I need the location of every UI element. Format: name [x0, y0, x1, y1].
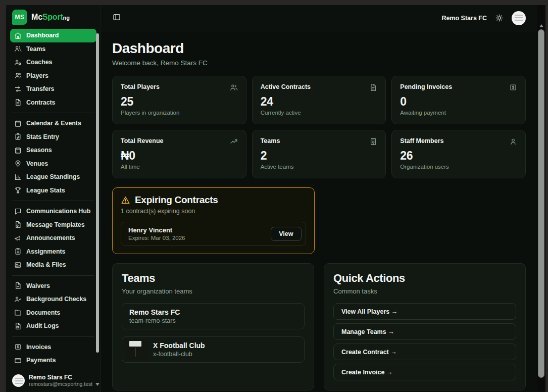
sidebar-item-announcements[interactable]: Announcements [10, 231, 96, 245]
sidebar-item-label: Communications Hub [26, 208, 90, 215]
sidebar-item-media-files[interactable]: Media & Files [10, 258, 96, 272]
sidebar-section-divider [12, 113, 94, 113]
sidebar-item-league-standings[interactable]: League Standings [10, 170, 96, 184]
sidebar-item-stats-entry[interactable]: Stats Entry [10, 130, 96, 144]
sidebar-item-label: Documents [26, 309, 60, 316]
sidebar-section-divider [12, 201, 94, 201]
stat-card-total-players: Total Players25Players in organization [112, 76, 246, 124]
stat-value: 25 [121, 95, 238, 109]
quick-action-manage-teams[interactable]: Manage Teams → [333, 323, 516, 340]
expiring-contracts-subtitle: 1 contract(s) expiring soon [121, 208, 306, 215]
stat-title: Total Revenue [121, 137, 164, 144]
page-subtitle: Welcome back, Remo Stars FC [112, 59, 526, 67]
footer-org-name: Remo Stars FC [29, 374, 92, 381]
sidebar-item-assignments[interactable]: Assignments [10, 245, 96, 259]
sidebar-item-label: Announcements [26, 234, 75, 241]
topbar-org-name: Remo Stars FC [441, 15, 487, 22]
sidebar-item-audit-logs[interactable]: Audit Logs [10, 319, 96, 333]
team-row-remo-stars-fc[interactable]: Remo Stars FCteam-remo-stars [122, 303, 305, 329]
sidebar-item-payments[interactable]: Payments [10, 354, 96, 367]
trophy-icon [14, 186, 22, 194]
sidebar-scrollbar[interactable] [95, 29, 99, 379]
sidebar-item-contracts[interactable]: Contracts [10, 96, 96, 110]
page-scroll-up-arrow[interactable] [539, 24, 543, 27]
sidebar-item-players[interactable]: Players [10, 69, 96, 83]
sidebar-item-calendar-events[interactable]: Calendar & Events [10, 117, 96, 130]
stat-title: Total Players [121, 83, 160, 90]
file-clock-icon [14, 322, 22, 330]
clipboard-pen-icon [14, 133, 22, 140]
sidebar-item-background-checks[interactable]: Background Checks [10, 292, 96, 306]
stat-caption: Organization users [400, 164, 517, 170]
sidebar-toggle-button[interactable] [112, 13, 123, 24]
stat-caption: Players in organization [121, 110, 238, 116]
sidebar-item-label: Teams [26, 45, 45, 53]
stat-title: Active Contracts [261, 83, 311, 90]
sidebar-item-label: Venues [26, 160, 48, 167]
sidebar: MS McSportng DashboardTeamsCoachesPlayer… [6, 5, 101, 392]
sidebar-item-label: League Standings [26, 173, 80, 180]
team-name: X Football Club [153, 341, 205, 350]
sidebar-item-transfers[interactable]: Transfers [10, 82, 96, 96]
file-template-icon [14, 221, 22, 228]
sidebar-scroll-down-arrow[interactable] [95, 383, 99, 386]
team-slug: x-football-club [153, 351, 205, 358]
message-square-icon [14, 208, 22, 215]
stat-caption: Currently active [261, 110, 378, 116]
stat-caption: Active teams [261, 164, 378, 170]
team-slug: team-remo-stars [129, 317, 180, 324]
sidebar-item-label: Background Checks [26, 296, 86, 303]
team-row-x-football-club[interactable]: X Football Clubx-football-club [122, 336, 305, 363]
stat-title: Pending Invoices [400, 83, 452, 90]
team-name: Remo Stars FC [129, 308, 180, 316]
stat-card-pending-invoices: Pending Invoices0Awaiting payment [391, 76, 526, 124]
sidebar-item-label: Dashboard [26, 32, 59, 39]
contract-player-name: Henry Vincent [128, 226, 185, 234]
sidebar-item-invoices[interactable]: Invoices [10, 340, 96, 354]
teams-panel-title: Teams [122, 272, 305, 285]
folder-icon [14, 309, 22, 316]
page-scrollbar[interactable] [537, 5, 545, 392]
quick-action-view-all-players[interactable]: View All Players → [333, 303, 516, 320]
page-scrollbar-thumb[interactable] [538, 29, 544, 378]
brand-logo[interactable]: MS McSportng [6, 5, 101, 28]
sidebar-item-teams[interactable]: Teams [10, 42, 96, 56]
sidebar-item-dashboard[interactable]: Dashboard [10, 29, 96, 42]
quick-action-create-invoice[interactable]: Create Invoice → [333, 364, 516, 380]
user-icon [509, 137, 517, 145]
sidebar-user-footer[interactable]: Remo Stars FC remostars@mcsportng.test [6, 370, 101, 392]
user-cog-icon [14, 59, 22, 66]
sidebar-scrollbar-thumb[interactable] [96, 33, 99, 353]
sidebar-item-communications-hub[interactable]: Communications Hub [10, 205, 96, 218]
stat-card-staff-members: Staff Members26Organization users [391, 130, 526, 178]
building-icon [369, 137, 377, 145]
sidebar-nav: DashboardTeamsCoachesPlayersTransfersCon… [6, 28, 101, 370]
topbar-avatar[interactable] [512, 11, 526, 25]
sidebar-item-waivers[interactable]: Waivers [10, 279, 96, 293]
quick-action-create-contract[interactable]: Create Contract → [333, 344, 516, 360]
sidebar-item-venues[interactable]: Venues [10, 157, 96, 171]
stat-caption: Awaiting payment [400, 110, 517, 116]
sidebar-item-documents[interactable]: Documents [10, 306, 96, 320]
stat-title: Staff Members [400, 137, 443, 144]
sidebar-item-coaches[interactable]: Coaches [10, 56, 96, 69]
receipt-icon [14, 343, 22, 351]
users-icon [230, 83, 238, 91]
sidebar-item-message-templates[interactable]: Message Templates [10, 218, 96, 232]
footer-org-email: remostars@mcsportng.test [29, 381, 92, 387]
stat-value: ₦0 [121, 149, 238, 163]
sidebar-item-label: Payments [26, 357, 56, 364]
sidebar-item-label: Coaches [26, 59, 52, 66]
stats-grid: Total Players25Players in organizationAc… [112, 76, 526, 178]
teams-panel: Teams Your organization teams Remo Stars… [112, 263, 314, 390]
stat-card-total-revenue: Total Revenue₦0All time [112, 130, 246, 178]
theme-toggle-sun-icon[interactable] [495, 14, 504, 22]
sidebar-item-league-stats[interactable]: League Stats [10, 184, 96, 198]
map-pin-icon [14, 160, 22, 167]
view-contract-button[interactable]: View [271, 227, 301, 241]
image-icon [14, 261, 22, 269]
expiring-contracts-card: Expiring Contracts 1 contract(s) expirin… [112, 187, 315, 254]
sidebar-item-label: Audit Logs [26, 322, 59, 329]
sidebar-item-seasons[interactable]: Seasons [10, 143, 96, 157]
chart-column-icon [14, 173, 22, 181]
